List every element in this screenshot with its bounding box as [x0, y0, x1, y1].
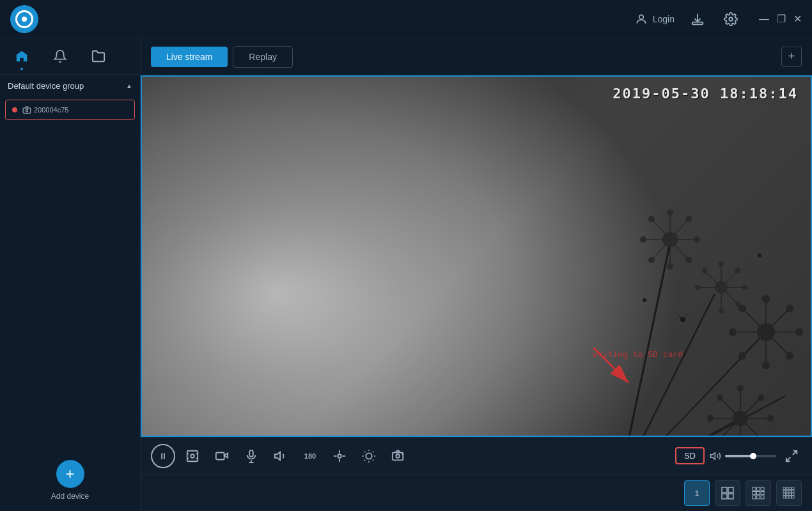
light-button[interactable]: [357, 444, 381, 468]
settings-button[interactable]: [721, 9, 741, 29]
svg-point-81: [643, 298, 646, 302]
microphone-button[interactable]: [239, 444, 263, 468]
svg-line-40: [726, 292, 737, 303]
screenshot-icon: [185, 449, 199, 463]
tab-replay[interactable]: Replay: [233, 46, 293, 68]
svg-rect-124: [786, 487, 789, 490]
fullscreen-button[interactable]: [781, 446, 802, 466]
layout-1-button[interactable]: 1: [684, 480, 710, 506]
svg-point-63: [737, 385, 744, 392]
svg-point-10: [662, 232, 678, 247]
tab-live-stream[interactable]: Live stream: [151, 47, 228, 67]
svg-line-23: [675, 245, 687, 259]
svg-rect-1: [692, 22, 703, 24]
svg-point-59: [738, 352, 746, 360]
svg-rect-87: [216, 452, 224, 459]
svg-rect-125: [789, 487, 792, 490]
svg-point-49: [729, 328, 737, 336]
svg-line-54: [744, 310, 760, 326]
layout-16-icon: [783, 487, 795, 500]
svg-rect-110: [722, 487, 727, 492]
svg-line-80: [683, 313, 689, 319]
svg-point-18: [667, 263, 673, 270]
volume-slider[interactable]: [725, 455, 776, 457]
sidebar-item-files[interactable]: [87, 45, 110, 68]
svg-point-65: [767, 415, 774, 422]
gear-icon: [724, 12, 738, 26]
svg-rect-118: [757, 491, 760, 494]
sidebar-item-notifications[interactable]: [49, 45, 72, 68]
device-status-dot: [12, 107, 17, 112]
screenshot-button[interactable]: [180, 444, 205, 468]
svg-point-31: [742, 285, 747, 290]
svg-rect-138: [792, 496, 795, 498]
add-device-button[interactable]: +: [56, 460, 84, 488]
svg-point-71: [758, 395, 764, 401]
svg-point-12: [667, 210, 673, 216]
svg-point-55: [738, 305, 746, 312]
volume-thumb: [750, 453, 756, 459]
svg-line-103: [373, 451, 373, 452]
svg-line-25: [653, 245, 665, 259]
camera-settings-button[interactable]: [386, 444, 410, 468]
svg-line-38: [706, 272, 717, 283]
pause-button[interactable]: ⏸: [151, 444, 175, 468]
svg-point-4: [26, 109, 28, 112]
minimize-button[interactable]: —: [759, 14, 769, 24]
download-button[interactable]: [687, 9, 708, 29]
svg-rect-104: [393, 452, 403, 460]
content-area: Live stream Replay +: [141, 38, 812, 511]
window-controls: — ❐ ✕: [759, 14, 802, 24]
sd-quality-button[interactable]: SD: [675, 447, 705, 464]
svg-point-2: [729, 17, 733, 21]
close-button[interactable]: ✕: [793, 14, 802, 24]
svg-line-36: [726, 272, 737, 283]
speaker-button[interactable]: [269, 444, 293, 468]
svg-point-0: [639, 15, 643, 19]
svg-rect-3: [23, 108, 31, 113]
svg-line-98: [364, 451, 365, 452]
svg-rect-126: [792, 487, 795, 490]
layout-16-button[interactable]: [776, 480, 802, 506]
add-view-button[interactable]: +: [781, 47, 802, 67]
chevron-up-icon: ▲: [126, 82, 132, 89]
camera-icon: [22, 105, 31, 114]
svg-line-108: [793, 450, 797, 454]
svg-rect-134: [792, 493, 795, 496]
svg-point-105: [396, 454, 400, 458]
plant-overlay: [491, 115, 811, 436]
svg-rect-120: [753, 496, 756, 499]
ptz-icon: [332, 449, 347, 463]
device-list-item[interactable]: 200004c75: [5, 100, 135, 120]
tab-bar: Live stream Replay +: [141, 38, 812, 75]
controls-bar: ⏸: [141, 437, 812, 474]
layout-9-button[interactable]: [746, 480, 771, 506]
svg-rect-129: [789, 490, 792, 492]
svg-rect-117: [753, 491, 756, 494]
video-timestamp: 2019-05-30 18:18:14: [613, 86, 798, 102]
light-icon: [362, 449, 376, 463]
svg-point-57: [786, 352, 793, 360]
volume-fill: [725, 455, 753, 457]
maximize-button[interactable]: ❐: [777, 14, 786, 24]
svg-point-95: [366, 453, 371, 459]
svg-point-86: [191, 454, 194, 458]
svg-point-22: [648, 216, 655, 222]
record-button[interactable]: [210, 444, 234, 468]
sidebar-item-home[interactable]: [10, 45, 33, 68]
svg-point-67: [707, 415, 714, 422]
svg-line-8: [619, 396, 785, 436]
svg-point-20: [685, 216, 692, 222]
svg-rect-135: [783, 496, 786, 498]
fisheye-button[interactable]: 180: [298, 444, 322, 468]
login-button[interactable]: Login: [635, 13, 675, 26]
device-group-label: Default device group: [8, 81, 84, 91]
svg-rect-127: [783, 490, 786, 492]
svg-point-26: [648, 257, 655, 263]
svg-line-84: [593, 347, 629, 383]
video-feed: 2019-05-30 18:18:14 writing to SD card: [142, 77, 811, 436]
svg-point-51: [762, 362, 770, 369]
ptz-button[interactable]: [327, 444, 352, 468]
layout-4-button[interactable]: [715, 480, 740, 506]
device-group-header[interactable]: Default device group ▲: [0, 75, 140, 97]
